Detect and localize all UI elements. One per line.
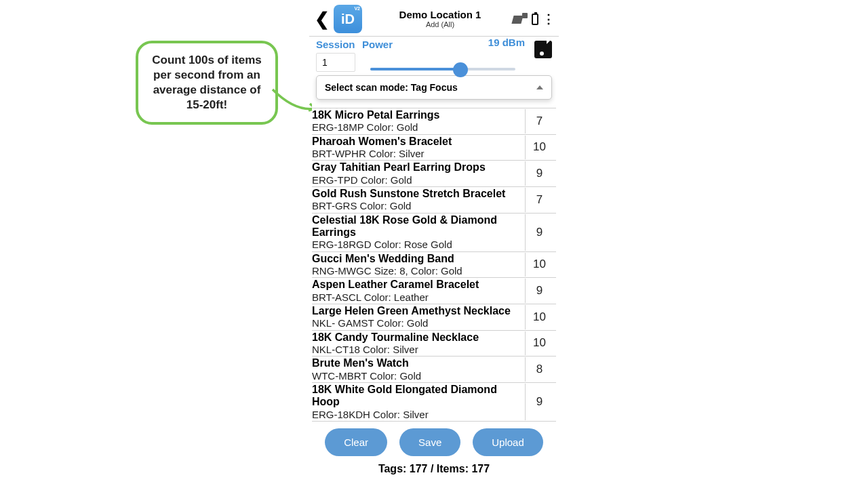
item-count: 10	[525, 305, 553, 329]
item-count: 9	[525, 384, 553, 420]
item-count: 10	[525, 136, 553, 160]
scan-mode-value: Tag Focus	[411, 82, 458, 93]
item-meta: ERG-18KDH Color: Silver	[312, 409, 521, 420]
list-item[interactable]: Gold Rush Sunstone Stretch BraceletBRT-G…	[312, 187, 556, 214]
scan-mode-prefix: Select scan mode:	[325, 82, 411, 93]
item-meta: BRT-WPHR Color: Silver	[312, 148, 521, 159]
scan-mode-select[interactable]: Select scan mode: Tag Focus	[316, 75, 552, 100]
list-item[interactable]: Celestial 18K Rose Gold & Diamond Earrin…	[312, 214, 556, 252]
item-list: 18K Micro Petal EarringsERG-18MP Color: …	[312, 108, 556, 422]
app-logo: iDV2	[334, 5, 362, 33]
save-button[interactable]: Save	[399, 428, 460, 456]
item-count: 10	[525, 253, 553, 277]
item-name: Gucci Men's Wedding Band	[312, 253, 521, 265]
item-meta: BRT-ASCL Color: Leather	[312, 291, 521, 303]
item-name: Brute Men's Watch	[312, 357, 521, 369]
item-name: Celestial 18K Rose Gold & Diamond Earrin…	[312, 214, 521, 239]
list-item[interactable]: 18K Candy Tourmaline NecklaceNKL-CT18 Co…	[312, 331, 556, 357]
list-item[interactable]: 18K Micro Petal EarringsERG-18MP Color: …	[312, 108, 556, 135]
chevron-up-icon	[536, 85, 543, 89]
power-slider-thumb[interactable]	[453, 62, 468, 77]
scanner-icon[interactable]	[513, 13, 528, 25]
tags-items-summary: Tags: 177 / Items: 177	[312, 463, 556, 475]
item-name: 18K Micro Petal Earrings	[312, 109, 521, 121]
item-name: Pharoah Women's Bracelet	[312, 136, 521, 148]
power-value: 19 dBm	[488, 37, 525, 48]
item-meta: WTC-MBRT Color: Gold	[312, 370, 521, 382]
page-subtitle: Add (All)	[368, 20, 513, 28]
title-block: Demo Location 1 Add (All)	[368, 9, 513, 29]
list-item[interactable]: Large Helen Green Amethyst NecklaceNKL- …	[312, 304, 556, 331]
item-count: 9	[525, 214, 553, 251]
list-item[interactable]: Aspen Leather Caramel BraceletBRT-ASCL C…	[312, 278, 556, 304]
back-icon[interactable]: ❮	[315, 9, 330, 30]
power-slider-fill	[370, 68, 457, 70]
item-meta: BRT-GRS Color: Gold	[312, 200, 521, 211]
item-name: 18K White Gold Elongated Diamond Hoop	[312, 384, 521, 409]
app-header: ❮ iDV2 Demo Location 1 Add (All) ⋮	[312, 3, 556, 36]
item-count: 9	[525, 161, 553, 186]
power-slider-track[interactable]	[370, 68, 515, 70]
item-name: 18K Candy Tourmaline Necklace	[312, 331, 521, 344]
list-item[interactable]: Gucci Men's Wedding BandRNG-MWGC Size: 8…	[312, 252, 556, 279]
item-count: 7	[525, 188, 553, 212]
item-meta: NKL-CT18 Color: Silver	[312, 344, 521, 355]
item-name: Gold Rush Sunstone Stretch Bracelet	[312, 188, 521, 200]
clear-button[interactable]: Clear	[325, 428, 387, 456]
item-meta: ERG-18RGD Color: Rose Gold	[312, 239, 521, 250]
upload-button[interactable]: Upload	[473, 428, 543, 456]
item-meta: ERG-TPD Color: Gold	[312, 174, 521, 186]
more-menu-icon[interactable]: ⋮	[542, 12, 553, 26]
item-meta: NKL- GAMST Color: Gold	[312, 317, 521, 329]
item-count: 7	[525, 109, 553, 134]
item-meta: RNG-MWGC Size: 8, Color: Gold	[312, 265, 521, 277]
item-count: 8	[525, 357, 553, 382]
item-name: Large Helen Green Amethyst Necklace	[312, 305, 521, 317]
list-item[interactable]: Gray Tahitian Pearl Earring DropsERG-TPD…	[312, 161, 556, 187]
save-disk-icon[interactable]	[534, 41, 552, 58]
battery-icon	[532, 14, 538, 25]
item-meta: ERG-18MP Color: Gold	[312, 121, 521, 133]
marketing-callout: Count 100s of items per second from an a…	[136, 41, 278, 125]
session-label: Session	[316, 39, 355, 50]
controls-panel: Session Power 19 dBm Select scan mode: T…	[312, 37, 556, 104]
item-count: 9	[525, 279, 553, 303]
app-screen: ❮ iDV2 Demo Location 1 Add (All) ⋮ Sessi…	[312, 3, 556, 475]
item-name: Gray Tahitian Pearl Earring Drops	[312, 161, 521, 174]
list-item[interactable]: Brute Men's WatchWTC-MBRT Color: Gold8	[312, 357, 556, 383]
page-title: Demo Location 1	[368, 9, 513, 21]
session-input[interactable]	[316, 53, 355, 72]
list-item[interactable]: 18K White Gold Elongated Diamond HoopERG…	[312, 383, 556, 422]
item-count: 10	[525, 331, 553, 356]
list-item[interactable]: Pharoah Women's BraceletBRT-WPHR Color: …	[312, 135, 556, 161]
callout-text: Count 100s of items per second from an a…	[152, 54, 262, 111]
item-name: Aspen Leather Caramel Bracelet	[312, 279, 521, 291]
footer-buttons: Clear Save Upload	[312, 428, 556, 456]
